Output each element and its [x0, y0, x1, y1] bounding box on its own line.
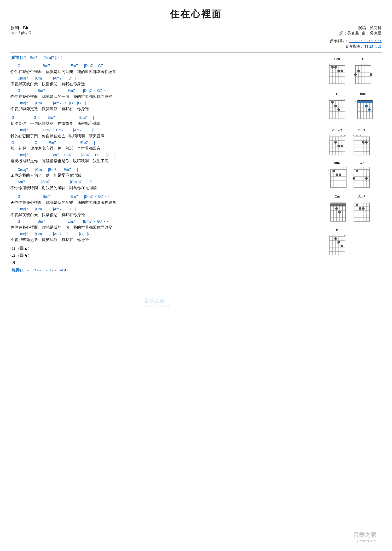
chorus-chord-1: |G |Bm7 |Em7 |Dm7 - G7 - - |: [10, 194, 319, 199]
svg-rect-17: [355, 65, 371, 84]
ref-strum-value[interactable]: ↓－↓ ↓↑↑－ -↑↑↑ ↑-↑↑: [349, 39, 382, 43]
svg-text:o: o: [346, 167, 347, 169]
svg-text:o: o: [369, 167, 370, 169]
v1-chord-4: |Cmaj7 |Bm7 - Em7 - - |Am7 - D |G |: [10, 153, 319, 158]
performer-row: 演唱：吳克群: [339, 25, 382, 30]
chord-line-1: |G |Bm7 |Em7 |Dm7 - G7 - - |: [10, 63, 319, 69]
svg-point-12: [331, 66, 334, 69]
lyric-line-3: 你住在我心裡面 你就是我的一切 我的世界都因你而改變: [10, 93, 319, 100]
svg-rect-66: [357, 101, 373, 103]
svg-point-121: [339, 173, 341, 176]
v1-lyric-4: 電視機裡都是你 電腦螢幕也是你 哎唷喂啊 我生了病: [10, 158, 319, 164]
svg-point-189: [337, 241, 340, 244]
prelude-label: [前奏]: [10, 55, 21, 60]
pair-3: |G |Bm7 |Em7 |Dm7 - G7 - - | 你住在我心裡面 你就是…: [10, 88, 319, 100]
performer-value: 吳克群: [370, 26, 382, 30]
svg-text:o: o: [360, 167, 361, 169]
v1-lyric-2: 我的心它開了門 你自然住進去 哎唷喂啊 晴天霹靂: [10, 133, 319, 139]
chord-em7: Em7 o o: [351, 128, 372, 156]
svg-point-120: [336, 173, 338, 176]
prelude-block: [前奏] ||G - Bm7 - - |Cmaj7 || x 2: [10, 55, 319, 60]
chord-line-4: |Cmaj7 |Cm |Am7 D |G |G |: [10, 101, 319, 106]
v1-lyric-1: 初次見你 一切絕非刻意 你微微笑 我差點心臟病: [10, 120, 319, 127]
chord-d: D × ×: [327, 228, 348, 256]
chorus-lyric-3: 你住在我心裡面 你就是我的一切 我的世界都因你而改變: [10, 224, 319, 230]
music-author: 吳克羣: [370, 31, 382, 35]
svg-point-119: [332, 170, 335, 172]
svg-point-156: [338, 211, 341, 213]
outro-content: ||G - G/B - - |C - D - - || x4 |G |: [22, 268, 70, 272]
lyrics-author: 吳克羣: [347, 31, 359, 35]
bridge-block: |Cmaj7 |Cm |Bm7 |Em7 | ▲也許我的人宅了一點 但是愛不會消…: [10, 167, 319, 191]
ref-finger-value[interactable]: T1 23 -1 21: [364, 44, 382, 48]
first-verse-block: |G |Bm7 |Em7 |Dm7 - G7 - - | 你住在我心中裡面 你就…: [10, 63, 319, 112]
chorus-block: |G |Bm7 |Em7 |Dm7 - G7 - - | ★你住在我心裡面 你就…: [10, 194, 319, 243]
original-key-label: 原調：: [10, 26, 23, 30]
svg-text:×: ×: [353, 200, 354, 203]
svg-point-100: [362, 141, 365, 144]
meta-left: 原調：Bb capo:3 play:G: [10, 25, 31, 36]
ref-finger-label: 參考指法：: [345, 44, 364, 48]
svg-point-29: [357, 70, 360, 72]
svg-text:o: o: [329, 63, 330, 65]
ref-finger-row: 參考指法： T1 23 -1 21: [330, 44, 382, 49]
outro-block: [尾奏] ||G - G/B - - |C - D - - || x4 |G |: [10, 268, 319, 273]
svg-rect-88: [354, 137, 370, 155]
chord-gb: G/B: [327, 57, 348, 85]
meta-right: 演唱：吳克群 詞：吳克羣 曲：吳克羣: [339, 25, 382, 36]
svg-point-49: [337, 108, 340, 111]
svg-point-136: [356, 170, 358, 172]
chorus-pair-3: |G |Bm7 |Em7 |Dm7 - G7 - - | 你住在我心裡面 你就是…: [10, 219, 319, 230]
svg-text:o: o: [361, 63, 362, 65]
v1-pair-4: |Cmaj7 |Bm7 - Em7 - - |Am7 - D |G | 電視機裡…: [10, 153, 319, 164]
svg-point-171: [359, 207, 361, 210]
verse1-block: |G |G |Em7 |Em7 | 初次見你 一切絕非刻意 你微微笑 我差點心臟…: [10, 115, 319, 164]
v1-pair-2: |Cmaj7 |Bm7 - Em7 - - |Am7 |D | 我的心它開了門 …: [10, 128, 319, 139]
chord-cm: Cm 3: [327, 194, 348, 224]
svg-text:o: o: [344, 98, 345, 100]
divider: [10, 52, 382, 53]
note-3: (3): [10, 260, 319, 265]
svg-point-67: [368, 108, 371, 111]
v1-chord-2: |Cmaj7 |Bm7 - Em7 - - |Am7 |D |: [10, 128, 319, 133]
svg-point-83: [341, 145, 343, 147]
svg-text:o: o: [332, 134, 333, 137]
chorus-chord-4: |Cmaj7 |Cm |Am7 - D - - |G |G |: [10, 232, 319, 237]
svg-rect-143: [331, 203, 345, 221]
original-key-row: 原調：Bb: [10, 25, 31, 31]
lyric-line-4: 不管那季節更迭 歡笑流淚 有我在 你身邊: [10, 106, 319, 112]
ref-strum-row: 參考刷法： ↓－↓ ↓↑↑－ -↑↑↑ ↑-↑↑: [330, 39, 382, 43]
page: 住在心裡面 原調：Bb capo:3 play:G 演唱：吳克群 詞：吳克羣 曲…: [0, 0, 392, 551]
lyrics-row: 詞：吳克羣 曲：吳克羣: [339, 31, 382, 36]
svg-point-138: [353, 177, 355, 180]
svg-text:o: o: [369, 200, 370, 203]
watermark: 音樂之家 yinyuezj.com: [353, 531, 376, 543]
svg-text:×: ×: [328, 98, 330, 100]
svg-text:×: ×: [332, 234, 333, 237]
chorus-lyric-2: 不管黑夜或白天 快樂傷悲 有我在你身邊: [10, 212, 319, 218]
svg-text:o: o: [363, 167, 364, 169]
capo-row: capo:3 play:G: [10, 31, 31, 35]
score-area: [前奏] ||G - Bm7 - - |Cmaj7 || x 2 |G |Bm7…: [10, 55, 324, 276]
svg-text:o: o: [341, 98, 342, 100]
ref-strum-label: 參考刷法：: [330, 39, 348, 43]
watermark-url: yinyuezj.com: [353, 539, 376, 543]
chord-am7: Am7 ×: [351, 194, 372, 223]
svg-point-188: [334, 237, 337, 240]
svg-text:×: ×: [328, 134, 330, 137]
pair-1: |G |Bm7 |Em7 |Dm7 - G7 - - | 你住在我心中裡面 你就…: [10, 63, 319, 75]
svg-text:o: o: [366, 200, 367, 203]
svg-point-82: [337, 145, 340, 147]
svg-text:3: 3: [328, 203, 330, 206]
chord-diagrams: G/B: [324, 55, 382, 276]
svg-point-172: [362, 207, 365, 210]
bridge-lyric-1: ▲也許我的人宅了一點 但是愛不會消滅: [10, 172, 319, 178]
pair-4: |Cmaj7 |Cm |Am7 D |G |G | 不管那季節更迭 歡笑流淚 有…: [10, 101, 319, 112]
svg-point-101: [365, 141, 368, 144]
center-watermark: 音乐之家 YINYUEZJ.COM: [144, 298, 169, 308]
svg-point-68: [365, 105, 368, 107]
chord-g7: G7 o o: [351, 161, 372, 189]
svg-text:×: ×: [328, 234, 330, 237]
chord-g: G: [353, 57, 374, 85]
svg-point-13: [334, 66, 337, 69]
